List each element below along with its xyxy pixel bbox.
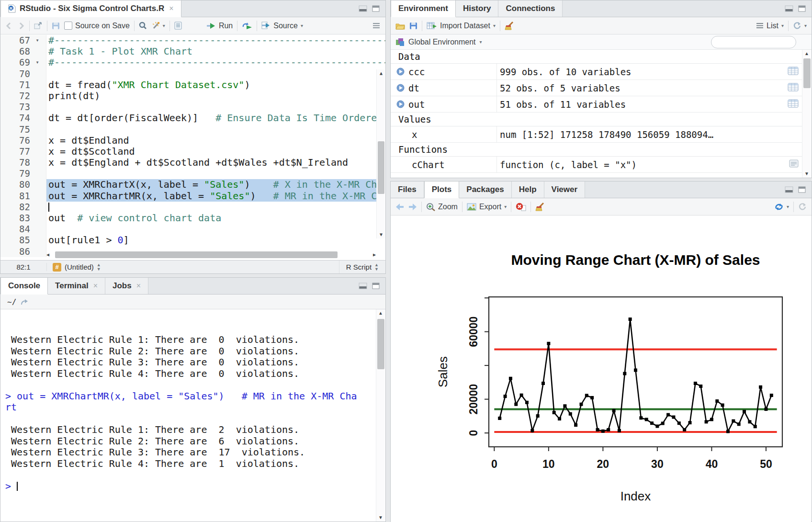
remove-plot-icon[interactable] [516, 203, 526, 211]
tab-environment[interactable]: Environment [391, 0, 456, 17]
scrollbar-thumb[interactable] [377, 319, 384, 369]
env-row[interactable]: out51 obs. of 11 variables [391, 96, 802, 113]
console-output[interactable]: Western Electric Rule 1: There are 0 vio… [0, 309, 376, 522]
back-icon[interactable] [395, 203, 404, 211]
maximize-pane-icon[interactable] [798, 186, 806, 193]
code-editor[interactable]: 67▾#------------------------------------… [0, 35, 385, 261]
rerun-icon[interactable] [242, 22, 252, 30]
view-data-grid-icon[interactable] [788, 83, 799, 91]
minimize-pane-icon[interactable] [359, 5, 367, 12]
doc-type-selector[interactable]: R Script [346, 263, 372, 271]
expand-icon[interactable] [396, 84, 405, 92]
code-text: out # view control chart data [46, 213, 385, 224]
working-directory: ~/ [7, 297, 16, 306]
tab-history[interactable]: History [456, 0, 499, 17]
save-icon[interactable] [409, 22, 417, 30]
console-vertical-scrollbar[interactable]: ▲ ▼ [376, 309, 385, 522]
view-data-grid-icon[interactable] [788, 67, 799, 75]
code-text: out[rule1 > 0] [46, 235, 385, 246]
env-row[interactable]: cChartfunction (c, label = "x") [391, 157, 802, 173]
code-text: dt = fread("XMR Chart Dataset.csv") [46, 79, 385, 91]
export-plot-button[interactable]: Export ▾ [467, 203, 507, 211]
code-tools-button[interactable]: ▾ [151, 22, 165, 30]
tab-plots[interactable]: Plots [424, 182, 460, 198]
source-on-save-checkbox[interactable] [64, 22, 72, 30]
expand-icon[interactable] [396, 68, 405, 76]
environment-search[interactable] [711, 36, 796, 48]
source-on-save-toggle[interactable]: Source on Save [64, 22, 130, 30]
source-horizontal-scrollbar[interactable]: ◀ ▶ [46, 251, 376, 259]
broom-icon[interactable] [505, 21, 514, 30]
run-icon [206, 22, 216, 30]
tab-packages[interactable]: Packages [459, 182, 511, 198]
line-gutter: 67▾ [0, 35, 46, 46]
tab-console[interactable]: Console [0, 278, 48, 295]
back-icon[interactable] [5, 22, 13, 30]
line-number: 73 [0, 102, 30, 113]
env-row[interactable]: xnum [1:52] 171258 178490 156059 188094… [391, 126, 802, 143]
publish-button[interactable]: ▾ [774, 203, 789, 211]
scroll-up-icon[interactable]: ▲ [376, 309, 385, 317]
outline-icon[interactable] [372, 22, 381, 29]
source-button[interactable]: Source ▾ [261, 22, 303, 30]
tab-help[interactable]: Help [512, 182, 544, 198]
forward-icon[interactable] [17, 22, 25, 30]
popout-icon[interactable] [34, 22, 43, 30]
minimize-pane-icon[interactable] [359, 283, 367, 289]
scroll-right-icon[interactable]: ▶ [373, 252, 376, 257]
maximize-pane-icon[interactable] [372, 283, 380, 289]
code-text: out = XMRChartMR(x, label = "Sales") # M… [46, 191, 385, 202]
close-icon[interactable]: × [93, 282, 98, 290]
scroll-up-icon[interactable]: ▲ [377, 69, 385, 77]
close-icon[interactable]: × [169, 4, 173, 13]
forward-path-icon[interactable] [20, 298, 29, 306]
chevron-down-icon: ▾ [163, 23, 165, 28]
view-data-grid-icon[interactable] [788, 99, 799, 108]
zoom-plot-button[interactable]: Zoom [426, 203, 458, 211]
maximize-pane-icon[interactable] [798, 5, 806, 12]
tab-jobs[interactable]: Jobs× [105, 278, 148, 294]
scrollbar-thumb[interactable] [803, 58, 811, 88]
scrollbar-thumb[interactable] [378, 141, 384, 194]
refresh-button[interactable]: ▾ [793, 22, 807, 30]
console-line: Western Electric Rule 1: There are 0 vio… [5, 334, 376, 346]
view-function-icon[interactable] [789, 159, 799, 168]
source-vertical-scrollbar[interactable]: ▲ ▼ [376, 69, 385, 238]
scroll-left-icon[interactable]: ◀ [46, 252, 49, 257]
tab-source-file[interactable]: R RStudio - Six Sigma Control Charts.R × [0, 0, 181, 17]
scroll-down-icon[interactable]: ▼ [376, 514, 385, 522]
tab-connections[interactable]: Connections [498, 0, 563, 17]
scope-selector[interactable]: Global Environment [408, 38, 476, 46]
run-button[interactable]: Run [206, 22, 233, 30]
import-dataset-button[interactable]: Import Dataset ▾ [427, 22, 496, 30]
save-icon[interactable] [52, 22, 60, 30]
tab-terminal[interactable]: Terminal× [48, 278, 105, 294]
tab-files[interactable]: Files [391, 182, 424, 198]
expand-icon[interactable] [396, 100, 405, 108]
maximize-pane-icon[interactable] [372, 5, 380, 12]
open-folder-icon[interactable] [395, 22, 405, 30]
broom-icon[interactable] [535, 202, 545, 211]
minimize-pane-icon[interactable] [785, 186, 793, 193]
environment-vertical-scrollbar[interactable]: ▲ ▼ [802, 50, 812, 178]
code-line: 80out = XMRChartX(x, label = "Sales") # … [0, 179, 385, 190]
search-icon[interactable] [139, 22, 147, 30]
tab-viewer[interactable]: Viewer [544, 182, 586, 198]
code-line: 75 [0, 124, 385, 135]
scroll-up-icon[interactable]: ▲ [802, 50, 811, 57]
env-row[interactable]: dt52 obs. of 5 variables [391, 80, 802, 96]
search-input[interactable] [718, 38, 807, 46]
notebook-icon[interactable] [174, 22, 182, 30]
close-icon[interactable]: × [136, 282, 141, 290]
scrollbar-thumb[interactable] [55, 251, 338, 258]
env-row[interactable]: ccc999 obs. of 10 variables [391, 64, 802, 80]
list-view-button[interactable]: List ▾ [756, 22, 784, 30]
document-outline-selector[interactable]: (Untitled) [65, 263, 94, 271]
refresh-icon[interactable] [798, 203, 807, 211]
line-gutter: 71 [0, 79, 46, 91]
scroll-down-icon[interactable]: ▼ [802, 170, 811, 178]
scroll-down-icon[interactable]: ▼ [377, 231, 385, 238]
forward-icon[interactable] [408, 203, 417, 211]
minimize-pane-icon[interactable] [785, 5, 793, 12]
code-line: 69▾#------------------------------------… [0, 57, 385, 68]
